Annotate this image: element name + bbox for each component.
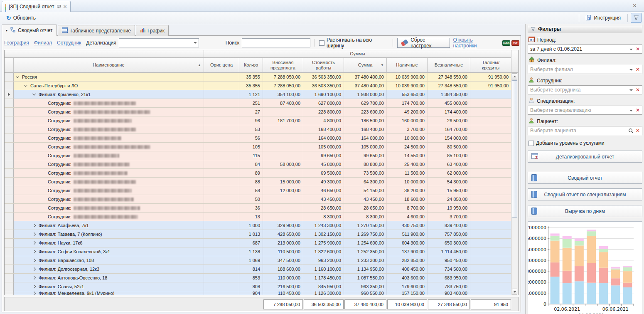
column-header[interactable]: Стоимость работы	[303, 58, 344, 73]
table-row[interactable]: Сотрудник:3628 650,0028 650,008 700,0019…	[5, 204, 511, 213]
table-row[interactable]: Филиал: Софьи Ковалевской, 3к11 138110 5…	[5, 247, 511, 256]
table-row[interactable]: Филиал: Науки, 17к6687213 000,001 275 90…	[5, 239, 511, 247]
scroll-up-button[interactable]	[512, 73, 517, 79]
table-row[interactable]: Санкт-Петербург и ЛО35 3557 288 050,0036…	[5, 82, 511, 90]
table-row[interactable]: Сотрудник:8969 500,0073 500,0011 500,006…	[5, 169, 511, 178]
table-row[interactable]: Филиал: Долгоозерная, 12к3814188 600,001…	[5, 265, 511, 274]
collapse-chevron-icon[interactable]	[32, 92, 36, 95]
clear-filter-icon[interactable]: ✕	[636, 87, 640, 93]
filter-combobox[interactable]: Выберите сотрудника✕	[528, 85, 642, 94]
export-xlsx-icon[interactable]: XLSX	[502, 40, 510, 46]
report-button[interactable]: Сводный отчет по специализациям	[528, 188, 642, 200]
filter-combobox[interactable]: Выберите филиал✕	[528, 65, 642, 74]
column-header[interactable]: Талоны/кредиты	[470, 58, 511, 73]
instruction-button[interactable]: ? Инструкция	[582, 13, 624, 22]
expand-chevron-icon[interactable]	[32, 241, 36, 245]
row-indicator-cell	[5, 186, 14, 195]
collapse-chevron-icon[interactable]	[16, 74, 19, 78]
refresh-button[interactable]: ↻ Обновить	[2, 13, 39, 23]
clear-filter-icon[interactable]: ✕	[636, 128, 640, 134]
value-cell: 105 000,00	[303, 143, 344, 151]
expand-chevron-icon[interactable]	[32, 292, 36, 295]
table-row[interactable]: Сотрудник:8458 000,0045 800,0088 800,002…	[5, 160, 511, 169]
clear-filter-icon[interactable]: ✕	[636, 46, 640, 52]
clear-filter-icon[interactable]: ✕	[636, 67, 640, 72]
bar-segment	[599, 246, 608, 249]
expand-chevron-icon[interactable]	[32, 232, 36, 236]
table-row[interactable]: Сотрудник:27228 800,00223 600,0049 200,0…	[5, 108, 511, 116]
filter-combobox[interactable]: Выберите специализацию✕	[528, 106, 642, 115]
column-header[interactable]: Наличные	[387, 58, 428, 73]
column-header[interactable]: Кол-во	[239, 58, 263, 73]
table-row[interactable]: Филиал: Менделеева, 9к1 (Мурино)904110 4…	[5, 291, 511, 295]
table-row[interactable]: Сотрудник:138 300,008 300,004 600,003 70…	[5, 213, 511, 221]
table-row[interactable]: Сотрудник:105105 000,00105 000,0024 500,…	[5, 143, 511, 151]
table-row[interactable]: Сотрудник:25187 400,00627 800,00629 700,…	[5, 99, 511, 108]
view-tab-table[interactable]: Табличное представление	[58, 25, 135, 36]
filter-combobox[interactable]: Выберите пациента✕	[528, 126, 642, 135]
filter-panel-toggle-button[interactable]	[631, 13, 642, 23]
value-cell: 455 000,00	[428, 99, 470, 107]
stretch-checkbox[interactable]	[319, 40, 324, 46]
table-row[interactable]: Сотрудник:96181 700,004 800,00186 500,00…	[5, 116, 511, 125]
expand-chevron-icon[interactable]	[32, 267, 36, 271]
table-row[interactable]: Филиал: Славы, 52к1808216 500,00845 950,…	[5, 282, 511, 291]
table-row[interactable]: Сотрудник:8815 000,0049 300,0064 300,001…	[5, 178, 511, 186]
table-row[interactable]: Сотрудник:53168 400,00168 400,003 700,00…	[5, 125, 511, 134]
open-settings-link[interactable]: Открыть настройки	[453, 37, 496, 49]
column-header[interactable]: Вносимая предоплата	[263, 58, 303, 73]
grouping-link[interactable]: Филиал	[34, 40, 52, 46]
services-level-checkbox[interactable]	[528, 141, 534, 146]
chevron-down-icon[interactable]	[629, 89, 633, 91]
pin-icon[interactable]	[57, 5, 60, 8]
svg-text:1000000: 1000000	[528, 291, 546, 296]
document-tab[interactable]: [ЗП] Сводный отчет ✕	[2, 1, 71, 12]
collapse-chevron-icon[interactable]	[24, 83, 27, 87]
table-row[interactable]: Филиал: Варшавская, 1081 069347 500,0096…	[5, 256, 511, 265]
search-input[interactable]	[242, 38, 310, 47]
value-cell: 4 800,00	[303, 116, 344, 125]
column-header[interactable]: Ориг. цена	[204, 58, 239, 73]
window-close-icon[interactable]: ×	[633, 2, 637, 10]
table-row[interactable]: Филиал: Асафьева, 7к11 000329 900,001 24…	[5, 221, 511, 230]
expand-chevron-icon[interactable]	[32, 276, 36, 279]
reset-settings-button[interactable]: Сброс настроек	[397, 38, 450, 48]
table-row[interactable]: Сотрудник:5812 000,0046 650,0054 150,003…	[5, 186, 511, 195]
expand-chevron-icon[interactable]	[32, 250, 36, 253]
report-button[interactable]: Выручка по дням	[528, 205, 642, 217]
table-row[interactable]: Сотрудник:56164 000,00164 000,0010 000,0…	[5, 134, 511, 143]
grouping-link[interactable]: География	[4, 40, 29, 46]
filter-combobox[interactable]: за 7 дней с 01.06.2021✕	[528, 45, 642, 54]
expand-chevron-icon[interactable]	[32, 224, 36, 227]
row-name: Филиал: Варшавская, 108	[39, 258, 94, 263]
vertical-scrollbar[interactable]	[511, 73, 518, 295]
export-pdf-icon[interactable]: PDF	[511, 40, 519, 46]
table-row[interactable]: Сотрудник:5043 450,0043 450,0018 600,002…	[5, 195, 511, 204]
filter-field-label: Пациент:	[528, 118, 642, 125]
chevron-down-icon[interactable]	[629, 110, 633, 111]
bar-segment	[551, 233, 560, 235]
view-tab-chart[interactable]: График	[136, 25, 169, 36]
table-row[interactable]: Россия35 3557 288 050,0036 503 350,0037 …	[5, 73, 511, 82]
expand-chevron-icon[interactable]	[32, 285, 36, 288]
table-row[interactable]: Филиал: Антонова-Овсеенко, 18853110 000,…	[5, 274, 511, 282]
chevron-down-icon[interactable]	[629, 69, 633, 71]
chevron-down-icon[interactable]	[629, 49, 633, 50]
search-icon[interactable]	[628, 128, 634, 134]
column-header[interactable]: Наименование▲	[14, 58, 204, 73]
table-row[interactable]: Филиал: Крыленко, 21к11 121354 100,001 6…	[5, 90, 511, 99]
clear-filter-icon[interactable]: ✕	[636, 107, 640, 113]
column-header[interactable]: Сумма▼	[344, 58, 387, 73]
report-button[interactable]: Сводный отчет	[528, 172, 642, 184]
view-tab-summary[interactable]: ▾Сводный отчет	[2, 25, 57, 36]
table-row[interactable]: Сотрудник:11599 650,0099 650,0014 550,00…	[5, 151, 511, 160]
scrollbar-thumb[interactable]	[512, 80, 517, 218]
table-row[interactable]: Филиал: Тазаева, 7 (Колпино)1 013428 650…	[5, 230, 511, 239]
detail-combobox[interactable]	[119, 38, 199, 47]
expand-chevron-icon[interactable]	[32, 259, 36, 262]
report-button[interactable]: Детализированный отчет	[528, 151, 642, 163]
tab-close-icon[interactable]: ✕	[63, 4, 67, 9]
scroll-down-button[interactable]	[512, 289, 517, 295]
grouping-link[interactable]: Сотрудник	[57, 40, 81, 46]
column-header[interactable]: Безналичные	[428, 58, 470, 73]
